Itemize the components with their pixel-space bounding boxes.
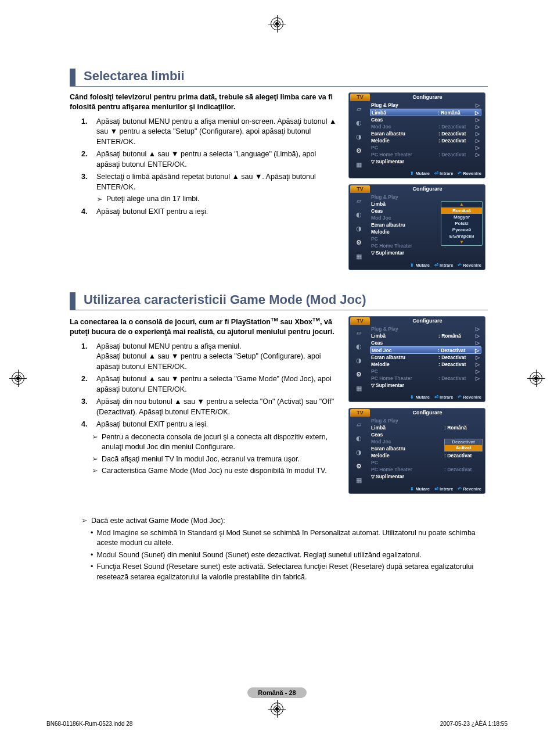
note-icon: ➢ <box>81 516 88 526</box>
note-icon: ➢ <box>92 432 98 453</box>
note-text: Caracteristica Game Mode (Mod Joc) nu es… <box>102 466 327 476</box>
osd-screenshot-gamemode-dropdown: TVConfigurare ▱◐◑⚙▦ Plug & Play Limbă: R… <box>348 408 485 494</box>
section-heading-language: Selectarea limbii <box>70 69 488 87</box>
doc-timestamp: 2007-05-23 ¿ÀÈÄ 1:18:55 <box>440 721 508 727</box>
note-text: Dacă afişaţi meniul TV în modul Joc, ecr… <box>102 454 300 465</box>
step-num: 2. <box>81 374 92 395</box>
osd-screenshot-language-dropdown: TVConfigurare ▱◐◑⚙▦ Plug & Play Limbă: C… <box>348 184 485 270</box>
step-body: Apăsaţi butonul ▲ sau ▼ pentru a selecta… <box>96 149 340 170</box>
step-num: 2. <box>81 149 92 170</box>
osd-screenshot-setup-gamemode: TVConfigurare ▱◐◑⚙▦ Plug & Play▷ Limbă: … <box>348 316 485 402</box>
note-text: Dacă este activat Game Mode (Mod Joc): <box>91 516 225 526</box>
step-num: 3. <box>81 397 92 417</box>
step-body: Selectaţi o limbă apăsând repetat butonu… <box>96 172 340 205</box>
gamemode-dropdown: Dezactivat Activat <box>444 439 483 452</box>
note-icon: ➢ <box>92 466 98 476</box>
osd-tv-tab: TV <box>350 94 370 101</box>
step-body: Apăsaţi butonul MENU pentru a afişa meni… <box>96 117 340 148</box>
doc-filename: BN68-01186K-Rum-0523.indd 28 <box>46 721 132 727</box>
bullet-text: Mod Imagine se schimbă în Standard şi Mo… <box>96 528 488 549</box>
print-registration-mark <box>12 372 24 385</box>
bullet-text: Modul Sound (Sunet) din meniul Sound (Su… <box>96 550 421 561</box>
section-heading-gamemode: Utilizarea caracteristicii Game Mode (Mo… <box>70 292 488 310</box>
step-body: Apăsaţi butonul EXIT pentru a ieşi. <box>96 207 340 217</box>
section1-text: Când folosiţi televizorul pentru prima d… <box>70 92 340 276</box>
step-num: 4. <box>81 420 92 430</box>
section2-text: La conectarea la o consolă de jocuri, cu… <box>70 316 340 500</box>
note-icon: ➢ <box>96 194 103 205</box>
osd-title: Configurare <box>370 94 485 100</box>
osd-screenshot-setup-language: TVConfigurare ▱◐◑⚙▦ Plug & Play▷ Limbă: … <box>348 92 485 178</box>
step-body: Apăsaţi butonul ▲ sau ▼ pentru a selecta… <box>96 374 340 395</box>
print-registration-mark <box>271 17 283 30</box>
page-content: Selectarea limbii Când folosiţi televizo… <box>70 69 488 584</box>
section2-intro: La conectarea la o consolă de jocuri, cu… <box>70 316 340 337</box>
document-footer-meta: BN68-01186K-Rum-0523.indd 28 2007-05-23 … <box>46 721 508 727</box>
step-num: 4. <box>81 207 92 217</box>
step-num: 3. <box>81 172 92 205</box>
note-text: Pentru a deconecta consola de jocuri şi … <box>102 432 340 453</box>
step-num: 1. <box>81 342 92 372</box>
note-text: Puteţi alege una din 17 limbi. <box>106 194 200 205</box>
osd-category-icons: ▱◐◑⚙▦ <box>349 101 369 170</box>
print-registration-mark <box>530 372 542 385</box>
gamemode-bullets: Mod Imagine se schimbă în Standard şi Mo… <box>70 528 488 583</box>
step-num: 1. <box>81 117 92 148</box>
print-registration-mark <box>271 703 283 715</box>
page-number: Română - 28 <box>0 687 554 698</box>
bullet-text: Funcţia Reset Sound (Resetare sunet) est… <box>96 562 488 582</box>
section1-intro: Când folosiţi televizorul pentru prima d… <box>70 92 340 112</box>
language-dropdown: ▲ Română Magyar Polski Русский Български… <box>441 201 483 246</box>
step-body: Apăsaţi butonul MENU pentru a afişa meni… <box>96 342 340 372</box>
step-body: Apăsaţi din nou butonul ▲ sau ▼ pentru a… <box>96 397 340 417</box>
step-body: Apăsaţi butonul EXIT pentru a ieşi. <box>96 420 340 430</box>
note-icon: ➢ <box>92 454 98 465</box>
